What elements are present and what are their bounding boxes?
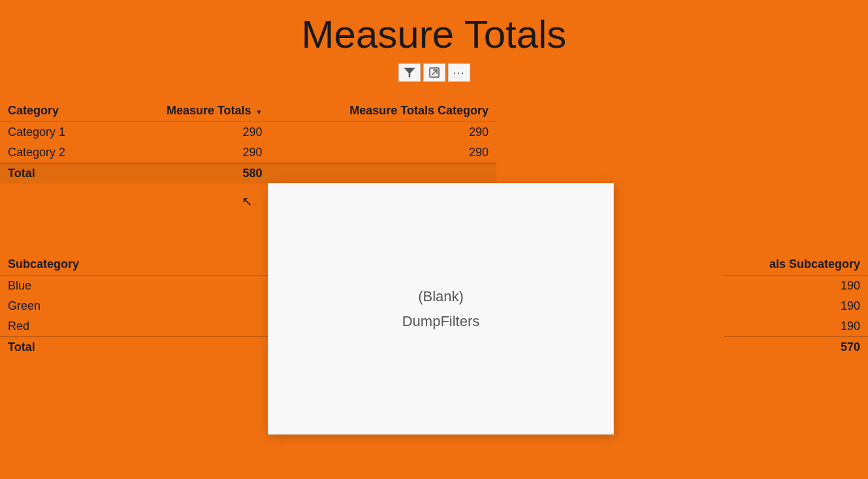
cell-subcategory: Green [0, 296, 194, 316]
col-totals-subcategory: als Subcategory [724, 254, 868, 276]
col-subcategory: Subcategory [0, 254, 194, 276]
table-row: 190 [724, 316, 868, 337]
svg-marker-0 [404, 68, 415, 77]
total-row: 570 [724, 337, 868, 358]
bottom-right-header-row: als Subcategory [724, 254, 868, 276]
popup-overlay: (Blank) DumpFilters [268, 183, 614, 435]
cell-total-cat [270, 163, 496, 184]
cell-subcategory: Red [0, 316, 194, 337]
cell-category: Category 2 [0, 142, 110, 163]
col-category: Category [0, 100, 110, 122]
cell-total-label: Total [0, 337, 194, 358]
table-row: 190 [724, 296, 868, 316]
col-measure-totals-category: Measure Totals Category [270, 100, 496, 122]
cell-totals-sub-total: 570 [724, 337, 868, 358]
sort-arrow-icon: ▼ [256, 108, 263, 116]
cell-measure-totals-cat: 290 [270, 142, 496, 163]
cell-totals-sub-red: 190 [724, 316, 868, 337]
col-measure-totals: Measure Totals ▼ [110, 100, 270, 122]
cell-total-label: Total [0, 163, 110, 184]
more-button[interactable]: ··· [448, 63, 470, 82]
popup-blank-item[interactable]: (Blank) [418, 288, 464, 305]
toolbar: ··· [0, 63, 868, 82]
top-table: Category Measure Totals ▼ Measure Totals… [0, 100, 496, 184]
popup-dumpfilters-item[interactable]: DumpFilters [402, 313, 480, 330]
cell-measure-totals: 290 [110, 122, 270, 143]
svg-line-2 [432, 70, 437, 75]
cell-totals-sub-blue: 190 [724, 276, 868, 297]
total-row: Total 580 [0, 163, 496, 184]
cell-totals-sub-green: 190 [724, 296, 868, 316]
bottom-right-table-wrapper: als Subcategory 190 190 190 570 [724, 254, 868, 357]
cell-subcategory: Blue [0, 276, 194, 297]
top-table-header-row: Category Measure Totals ▼ Measure Totals… [0, 100, 496, 122]
table-row: Category 1 290 290 [0, 122, 496, 143]
more-icon: ··· [453, 66, 464, 80]
export-button[interactable] [423, 63, 445, 82]
cursor-icon: ↖ [242, 193, 253, 209]
top-table-wrapper: Category Measure Totals ▼ Measure Totals… [0, 100, 496, 184]
page-title: Measure Totals [0, 0, 868, 63]
cell-measure-totals: 290 [110, 142, 270, 163]
cell-total-value: 580 [110, 163, 270, 184]
cell-measure-totals-cat: 290 [270, 122, 496, 143]
table-row: Category 2 290 290 [0, 142, 496, 163]
filter-button[interactable] [398, 63, 421, 82]
table-row: 190 [724, 276, 868, 297]
bottom-right-table: als Subcategory 190 190 190 570 [724, 254, 868, 357]
cell-category: Category 1 [0, 122, 110, 143]
